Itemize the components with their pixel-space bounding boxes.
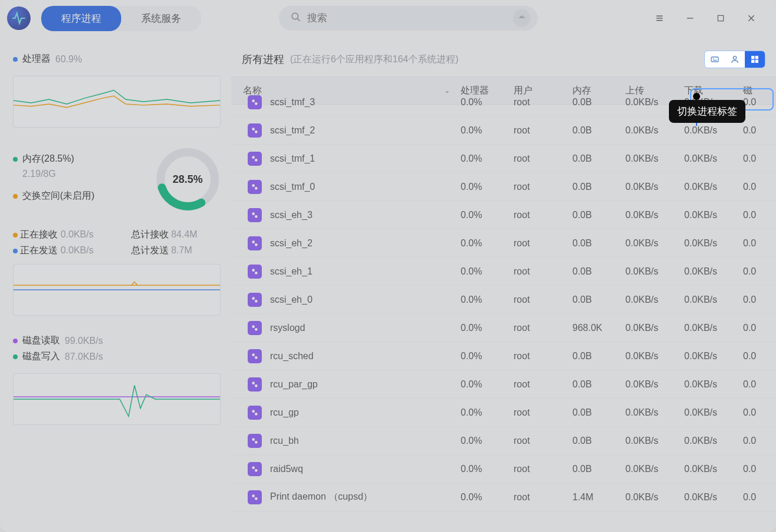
maximize-icon[interactable] — [714, 11, 728, 25]
process-icon — [248, 349, 262, 363]
cell-disk: 0.0 — [743, 379, 772, 390]
tab-processes[interactable]: 程序进程 — [41, 6, 121, 31]
cell-disk: 0.0 — [743, 323, 772, 333]
cell-disk: 0.0 — [743, 210, 772, 220]
voice-icon[interactable] — [513, 9, 531, 27]
close-icon[interactable] — [744, 11, 758, 25]
table-row[interactable]: scsi_eh_20.0%root0.0B0.0KB/s0.0KB/s0.0 — [231, 229, 776, 257]
cell-mem: 0.0B — [572, 238, 625, 249]
cell-mem: 0.0B — [572, 210, 625, 220]
process-icon — [248, 321, 262, 335]
table-row[interactable]: rsyslogd0.0%root968.0K0.0KB/s0.0KB/s0.0 — [231, 314, 776, 342]
process-name: rcu_bh — [270, 436, 299, 446]
svg-point-37 — [252, 438, 255, 441]
table-row[interactable]: rcu_sched0.0%root0.0B0.0KB/s0.0KB/s0.0 — [231, 342, 776, 370]
search-input[interactable] — [307, 12, 513, 24]
process-icon — [248, 293, 262, 307]
cell-up: 0.0KB/s — [625, 295, 684, 305]
disk-chart — [13, 373, 221, 425]
svg-point-39 — [252, 466, 255, 469]
process-table-body[interactable]: scsi_tmf_30.0%root0.0B0.0KB/s0.0KB/s0.0s… — [231, 88, 776, 513]
table-row[interactable]: scsi_tmf_10.0%root0.0B0.0KB/s0.0KB/s0.0 — [231, 145, 776, 173]
process-icon — [248, 462, 262, 476]
cell-mem: 0.0B — [572, 436, 625, 446]
svg-point-27 — [252, 297, 255, 300]
cell-mem: 0.0B — [572, 351, 625, 362]
table-row[interactable]: rcu_bh0.0%root0.0B0.0KB/s0.0KB/s0.0 — [231, 427, 776, 455]
cell-user: root — [514, 492, 572, 503]
menu-icon[interactable] — [652, 11, 667, 25]
col-up[interactable]: 上传 — [625, 85, 684, 97]
cell-dn: 0.0KB/s — [684, 266, 743, 277]
table-row[interactable]: Power daemon （upowerd）0.0%root1.2M0.0KB/… — [231, 511, 776, 513]
tx-dot-icon — [13, 249, 18, 253]
search-icon — [291, 12, 301, 25]
mem-label: 内存(28.5%) — [22, 153, 74, 165]
cell-cpu: 0.0% — [461, 295, 514, 305]
cell-dn: 0.0KB/s — [684, 125, 743, 136]
table-row[interactable]: scsi_tmf_00.0%root0.0B0.0KB/s0.0KB/s0.0 — [231, 173, 776, 201]
table-row[interactable]: scsi_eh_30.0%root0.0B0.0KB/s0.0KB/s0.0 — [231, 201, 776, 229]
cpu-chart — [13, 76, 221, 128]
table-row[interactable]: scsi_eh_00.0%root0.0B0.0KB/s0.0KB/s0.0 — [231, 286, 776, 314]
svg-point-0 — [292, 13, 298, 19]
cell-up: 0.0KB/s — [625, 351, 684, 362]
search-box[interactable] — [279, 6, 538, 31]
process-name: rcu_gp — [270, 407, 299, 418]
cell-up: 0.0KB/s — [625, 238, 684, 249]
col-mem[interactable]: 内存 — [572, 85, 625, 97]
main-header: 所有进程 (正在运行6个应用程序和164个系统进程) — [231, 51, 776, 76]
table-row[interactable]: rcu_par_gp0.0%root0.0B0.0KB/s0.0KB/s0.0 — [231, 370, 776, 399]
table-row[interactable]: scsi_tmf_20.0%root0.0B0.0KB/s0.0KB/s0.0 — [231, 116, 776, 145]
sort-chevron-down-icon: ⌄ — [444, 86, 461, 95]
svg-rect-9 — [751, 56, 754, 59]
tab-services[interactable]: 系统服务 — [121, 6, 201, 31]
cell-up: 0.0KB/s — [625, 210, 684, 220]
swap-label: 交换空间(未启用) — [22, 190, 95, 202]
table-row[interactable]: Print daemon （cupsd）0.0%root1.4M0.0KB/s0… — [231, 483, 776, 511]
svg-point-41 — [252, 494, 255, 497]
view-toggle-label-icon[interactable] — [705, 51, 725, 68]
cpu-label: 处理器 — [22, 53, 51, 65]
cell-user: root — [514, 125, 572, 136]
sidebar: 处理器 60.9% 内存(28.5%) 2.19/8G 交换空间(未启用) — [0, 36, 231, 532]
table-row[interactable]: raid5wq0.0%root0.0B0.0KB/s0.0KB/s0.0 — [231, 455, 776, 483]
cell-mem: 0.0B — [572, 379, 625, 390]
table-row[interactable]: rcu_gp0.0%root0.0B0.0KB/s0.0KB/s0.0 — [231, 399, 776, 427]
minimize-icon[interactable] — [683, 11, 697, 25]
cell-disk: 0.0 — [743, 436, 772, 446]
cell-disk: 0.0 — [743, 97, 772, 108]
svg-point-21 — [252, 212, 255, 215]
page-title: 所有进程 — [242, 52, 284, 66]
view-toggle-grid-icon[interactable] — [745, 51, 765, 68]
process-icon — [248, 265, 262, 279]
cell-cpu: 0.0% — [461, 238, 514, 249]
cell-disk: 0.0 — [743, 238, 772, 249]
cell-dn: 0.0KB/s — [684, 238, 743, 249]
svg-rect-7 — [711, 57, 718, 62]
cell-user: root — [514, 295, 572, 305]
net-tx-total-value: 8.7M — [171, 245, 192, 255]
svg-point-13 — [252, 99, 255, 102]
cpu-dot-icon — [13, 57, 18, 62]
process-name: rsyslogd — [270, 323, 305, 333]
cell-disk: 0.0 — [743, 464, 772, 474]
cpu-value: 60.9% — [55, 54, 82, 65]
cell-disk: 0.0 — [743, 153, 772, 164]
cell-cpu: 0.0% — [461, 379, 514, 390]
cell-disk: 0.0 — [743, 125, 772, 136]
col-disk[interactable]: 磁 — [743, 85, 772, 97]
svg-point-29 — [252, 325, 255, 328]
col-user[interactable]: 用户 — [514, 85, 572, 97]
process-icon — [248, 95, 262, 109]
col-cpu[interactable]: 处理器 — [461, 85, 514, 97]
app-logo — [7, 6, 31, 30]
view-toggle-user-icon[interactable] — [725, 51, 745, 68]
cell-disk: 0.0 — [743, 182, 772, 192]
donut-value: 28.5% — [155, 146, 221, 212]
disk-w-dot-icon — [13, 354, 18, 359]
process-name: scsi_tmf_0 — [270, 182, 315, 192]
table-row[interactable]: scsi_eh_10.0%root0.0B0.0KB/s0.0KB/s0.0 — [231, 257, 776, 286]
net-rx-value: 0.0KB/s — [61, 229, 94, 239]
svg-point-25 — [252, 269, 255, 272]
